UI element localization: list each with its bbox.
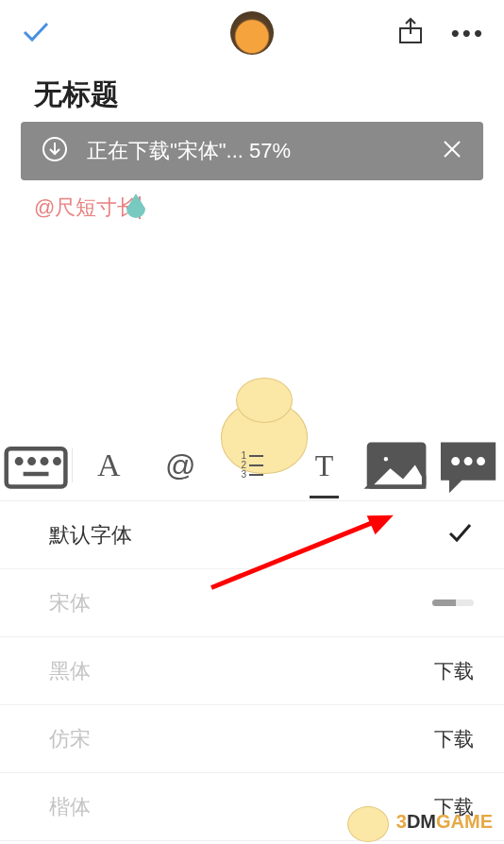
download-progress [432, 599, 474, 606]
mention-at: @ [34, 195, 55, 220]
editor-toolbar: A @ 1 2 3 T [0, 434, 504, 497]
svg-point-9 [42, 459, 46, 463]
svg-point-8 [29, 459, 33, 463]
svg-point-14 [451, 457, 460, 465]
avatar[interactable] [230, 11, 274, 55]
editor-content[interactable]: @ 尺短寸长 [0, 180, 504, 222]
font-row-songti[interactable]: 宋体 [0, 569, 504, 637]
text-format-button[interactable]: T [289, 448, 361, 483]
download-icon [42, 136, 68, 166]
font-name-label: 默认字体 [49, 521, 445, 549]
close-icon[interactable] [442, 139, 462, 163]
cursor-handle-icon[interactable] [123, 194, 149, 226]
svg-point-10 [55, 459, 59, 463]
download-button[interactable]: 下载 [434, 726, 474, 752]
font-style-button[interactable]: A [73, 447, 144, 483]
font-panel: 默认字体 宋体 黑体 下载 仿宋 下载 楷体 下载 Arial [0, 500, 504, 844]
keyboard-button[interactable] [0, 430, 72, 501]
svg-point-15 [463, 457, 472, 465]
svg-point-13 [381, 455, 390, 464]
list-button[interactable]: 1 2 3 [216, 451, 288, 480]
svg-point-7 [17, 459, 21, 463]
download-text: 正在下载"宋体"... 57% [87, 137, 442, 165]
title-area: 无标题 [0, 66, 504, 114]
check-icon [445, 518, 474, 552]
download-button[interactable]: 下载 [434, 658, 474, 684]
comment-button[interactable] [432, 430, 504, 501]
font-name-label: 黑体 [49, 657, 434, 685]
watermark-mascot [347, 806, 389, 842]
font-row-heiti[interactable]: 黑体 下载 [0, 637, 504, 705]
confirm-button[interactable] [19, 14, 53, 52]
more-button[interactable]: ••• [451, 21, 485, 45]
font-row-default[interactable]: 默认字体 [0, 501, 504, 569]
header: ••• [0, 0, 504, 66]
mention-button[interactable]: @ [144, 448, 216, 483]
font-name-label: 仿宋 [49, 725, 434, 753]
watermark: 3DMGAME [396, 811, 493, 833]
svg-point-16 [477, 457, 485, 465]
download-banner: 正在下载"宋体"... 57% [21, 122, 483, 180]
font-row-fangsong[interactable]: 仿宋 下载 [0, 705, 504, 773]
document-title[interactable]: 无标题 [34, 76, 470, 114]
font-name-label: 宋体 [49, 589, 432, 617]
share-button[interactable] [396, 17, 425, 49]
image-button[interactable] [361, 430, 432, 501]
svg-rect-6 [7, 448, 66, 486]
